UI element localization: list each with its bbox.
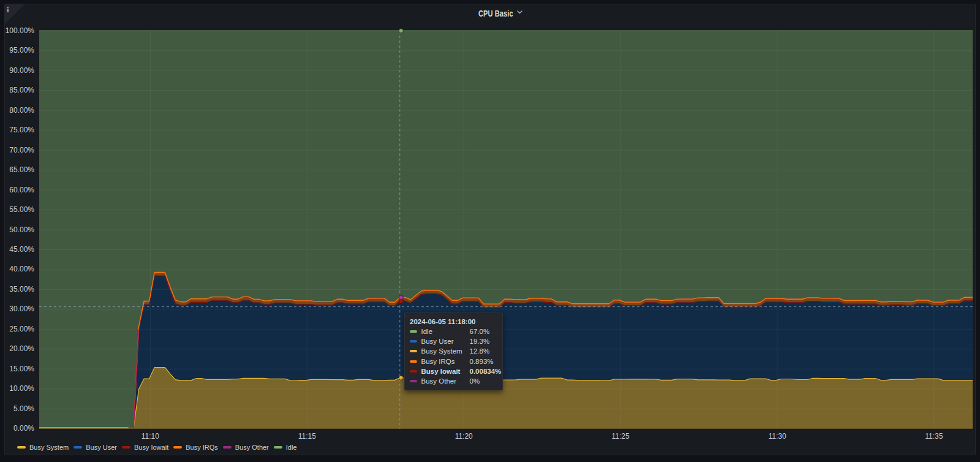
svg-text:60.00%: 60.00% [9, 186, 34, 194]
svg-text:90.00%: 90.00% [9, 66, 34, 75]
svg-text:80.00%: 80.00% [9, 106, 34, 115]
svg-text:30.00%: 30.00% [9, 305, 34, 313]
svg-text:11:20: 11:20 [455, 432, 473, 441]
svg-text:0.00%: 0.00% [13, 424, 34, 433]
svg-text:11:15: 11:15 [298, 432, 316, 441]
svg-text:100.00%: 100.00% [6, 26, 35, 35]
svg-text:15.00%: 15.00% [9, 365, 34, 373]
svg-text:11:10: 11:10 [141, 432, 159, 441]
svg-text:20.00%: 20.00% [9, 344, 34, 353]
svg-text:25.00%: 25.00% [9, 325, 34, 333]
svg-text:40.00%: 40.00% [9, 265, 34, 273]
svg-text:11:35: 11:35 [925, 432, 943, 441]
svg-text:85.00%: 85.00% [9, 86, 34, 94]
svg-text:75.00%: 75.00% [9, 126, 34, 134]
svg-text:95.00%: 95.00% [9, 46, 34, 55]
svg-text:65.00%: 65.00% [9, 165, 34, 174]
svg-text:10.00%: 10.00% [9, 384, 34, 393]
svg-text:11:25: 11:25 [612, 432, 630, 441]
svg-text:35.00%: 35.00% [9, 285, 34, 293]
svg-text:5.00%: 5.00% [13, 404, 34, 413]
svg-text:70.00%: 70.00% [9, 146, 34, 154]
svg-text:50.00%: 50.00% [9, 225, 34, 234]
svg-text:55.00%: 55.00% [9, 205, 34, 214]
svg-text:11:30: 11:30 [768, 432, 786, 441]
svg-text:45.00%: 45.00% [9, 245, 34, 254]
